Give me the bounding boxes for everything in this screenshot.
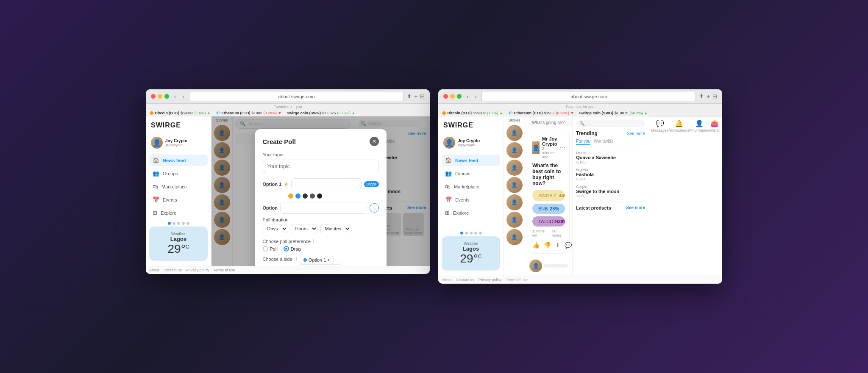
right-sidebar-right: 🔍 Trending See more For you Worldwide Mu… [572, 116, 648, 276]
story-avatar-r4[interactable]: 👤 [506, 177, 523, 193]
search-icon-tr: 🔍 [579, 121, 584, 126]
add-option-button[interactable]: + [370, 203, 379, 213]
add-tab-icon-right[interactable]: + [707, 93, 710, 99]
traffic-lights-left [151, 94, 169, 99]
ticker-bar-right: 🔶 Bitcoin (BTC) $59302 (1.6%) ▲ 💎 Ethere… [438, 110, 722, 116]
post-more-button[interactable]: ⋯ [559, 144, 565, 151]
nav-messages[interactable]: 💬 Messages [651, 119, 668, 273]
nav-find-friends[interactable]: 👤 Find friends [689, 119, 709, 273]
status-input[interactable] [528, 119, 572, 127]
days-select[interactable]: Days [263, 224, 288, 233]
footer-terms-left[interactable]: Terms of use [214, 268, 236, 272]
option1-label: Option 1 [263, 182, 282, 187]
like-icon[interactable]: 👍 [532, 242, 540, 249]
modal-header: Create Poll ✕ [263, 137, 379, 146]
footer-contact-right[interactable]: Contact us [456, 278, 474, 282]
ticker-item-swg: Swirge coin (SWG) $1.0075 (50.3%) ▲ [287, 111, 355, 115]
nav-notifications[interactable]: 🔔 Notifications [668, 119, 689, 273]
see-more-products-right[interactable]: See more [626, 205, 645, 210]
see-more-trending-right[interactable]: See more [627, 131, 645, 136]
avatar-column-right: Stories 👤 👤 👤 👤 👤 👤 👤 [504, 116, 525, 276]
maximize-button-right[interactable] [457, 94, 462, 99]
color-dot-blue[interactable] [295, 193, 300, 199]
hours-select[interactable]: Hours [291, 224, 318, 233]
add-tab-icon[interactable]: + [414, 93, 417, 99]
sidebar-item-events-right[interactable]: 📅 Events [442, 194, 500, 205]
close-button-right[interactable] [443, 94, 448, 99]
modal-close-button[interactable]: ✕ [370, 137, 379, 146]
messages-icon: 💬 [656, 119, 664, 127]
footer-terms-right[interactable]: Terms of use [506, 278, 528, 282]
address-bar-left[interactable]: about.swirge.com [189, 92, 403, 101]
minutes-select[interactable]: Minutes [320, 224, 351, 233]
color-dot-dark[interactable] [303, 193, 308, 199]
option1-star: ★ [284, 181, 289, 187]
sidebar-item-groups-right[interactable]: 👥 Groups [442, 168, 500, 179]
topic-input[interactable] [263, 160, 379, 173]
forward-button[interactable]: › [181, 93, 186, 100]
story-avatar-r2[interactable]: 👤 [506, 142, 523, 158]
tab-worldwide-right[interactable]: Worldwide [594, 139, 614, 145]
sidebar-item-newsfeed-right[interactable]: 🏠 News feed [442, 155, 500, 166]
footer-privacy-left[interactable]: Privacy policy [186, 268, 209, 272]
option1-row: Option 1 ★ 8/220 [263, 178, 379, 190]
address-bar-right[interactable]: about.swirge.com [481, 92, 696, 101]
logo-right: SWIRGE [442, 122, 500, 129]
wallet-icon: 👛 [710, 119, 719, 127]
sidebar-item-newsfeed[interactable]: 🏠 News feed [149, 155, 208, 166]
share-icon[interactable]: ⬆ [407, 93, 412, 99]
sidebar-item-explore-right[interactable]: ⊞ Explore [442, 207, 500, 218]
weather-label-right: Weather [447, 241, 495, 246]
maximize-button[interactable] [164, 94, 169, 99]
forward-button-right[interactable]: › [473, 93, 479, 100]
option2-input[interactable] [280, 202, 367, 214]
radio-circle-poll [263, 246, 268, 251]
story-avatar-r6[interactable]: 👤 [506, 212, 523, 228]
sidebar-item-marketplace[interactable]: 🛍 Marketplace [149, 181, 208, 192]
groups-icon: 👥 [153, 170, 159, 177]
menu-icon-right[interactable]: ⊟ [712, 93, 717, 99]
sidebar-left: SWIRGE 👤 Joy Crypto @joycrypto... 🏠 News… [146, 116, 211, 266]
footer-about-right[interactable]: About [442, 278, 452, 282]
poll-option-3[interactable]: TATCOIN 30% [532, 216, 565, 227]
dislike-icon[interactable]: 👎 [544, 242, 551, 249]
minimize-button[interactable] [158, 94, 162, 99]
minimize-button-right[interactable] [450, 94, 455, 99]
story-avatar-r3[interactable]: 👤 [506, 160, 523, 176]
comment-post-icon[interactable]: 💬 [565, 242, 572, 249]
radio-poll[interactable]: Poll [263, 246, 278, 251]
color-dot-gray[interactable] [310, 193, 315, 199]
story-avatar-r5[interactable]: 👤 [506, 194, 523, 210]
radio-drag[interactable]: Drag [284, 246, 301, 251]
story-avatar-r1[interactable]: 👤 [506, 125, 523, 141]
back-button[interactable]: ‹ [172, 93, 178, 100]
poll-option-1[interactable]: SWGB ✓ 45% [532, 190, 565, 201]
footer-contact-left[interactable]: Contact us [164, 268, 182, 272]
tab-foryou-right[interactable]: For you [576, 139, 590, 145]
nav-wallet[interactable]: 👛 Wallet [709, 119, 720, 273]
close-button[interactable] [151, 94, 156, 99]
whats-going-on: 🖼 [525, 116, 572, 129]
color-dot-black[interactable] [317, 193, 322, 199]
home-icon: 🏠 [153, 157, 159, 163]
side-dropdown[interactable]: Option 1 ▾ [300, 256, 334, 264]
toolbar-icons: ⬆ + ⊟ [407, 93, 425, 99]
back-button-right[interactable]: ‹ [465, 93, 470, 100]
share-post-icon[interactable]: ⬆ [555, 242, 560, 249]
sidebar-item-marketplace-right[interactable]: 🛍 Marketplace [442, 181, 500, 192]
ticker-item-eth: 💎 Ethereum (ETH) $1902 (0.28%) ▼ [216, 111, 281, 115]
menu-icon[interactable]: ⊟ [420, 93, 425, 99]
radio-circle-drag [284, 246, 289, 251]
sidebar-item-groups[interactable]: 👥 Groups [149, 168, 208, 179]
color-dot-orange[interactable] [288, 193, 293, 199]
share-icon-right[interactable]: ⬆ [699, 93, 704, 99]
sidebar-item-explore[interactable]: ⊞ Explore [149, 207, 208, 218]
footer-privacy-right[interactable]: Privacy policy [479, 278, 502, 282]
search-top-right[interactable]: 🔍 [576, 120, 645, 127]
footer-about-left[interactable]: About [149, 268, 159, 272]
poll-option-2[interactable]: BNB 25% [532, 204, 565, 214]
option1-input[interactable] [291, 178, 362, 190]
sidebar-user: 👤 Joy Crypto @joycrypto... [149, 135, 208, 150]
story-avatar-r7[interactable]: 👤 [506, 229, 523, 245]
sidebar-item-events[interactable]: 📅 Events [149, 194, 208, 205]
